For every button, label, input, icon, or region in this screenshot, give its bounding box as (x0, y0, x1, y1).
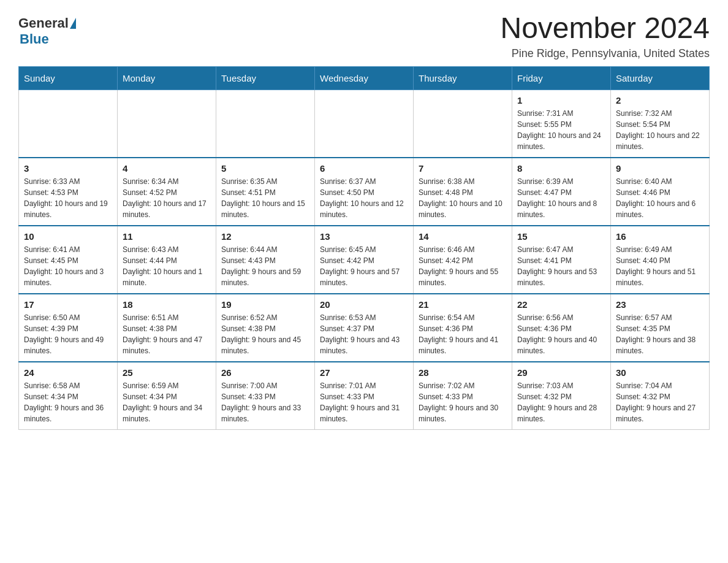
day-info-line: Sunrise: 6:51 AM (123, 312, 211, 323)
calendar-cell (414, 90, 512, 158)
calendar-header-row: SundayMondayTuesdayWednesdayThursdayFrid… (19, 66, 710, 90)
day-info-line: Sunrise: 6:53 AM (320, 312, 408, 323)
day-info-line: Sunset: 4:42 PM (320, 255, 408, 266)
day-info-line: Sunset: 5:55 PM (517, 119, 605, 130)
day-of-week-header: Sunday (19, 66, 118, 90)
day-info-line: Daylight: 10 hours and 24 minutes. (517, 130, 605, 152)
day-info-line: Sunset: 4:35 PM (616, 323, 704, 334)
day-info-line: Daylight: 9 hours and 40 minutes. (517, 334, 605, 356)
day-info-line: Sunset: 4:46 PM (616, 187, 704, 198)
day-info-line: Sunrise: 6:35 AM (221, 176, 309, 187)
calendar-cell: 20Sunrise: 6:53 AMSunset: 4:37 PMDayligh… (315, 294, 414, 362)
day-info-line: Sunset: 4:53 PM (24, 187, 112, 198)
day-info-line: Daylight: 10 hours and 6 minutes. (616, 198, 704, 220)
day-info-line: Sunrise: 6:57 AM (616, 312, 704, 323)
day-number: 20 (320, 299, 408, 310)
logo-triangle-icon (70, 18, 76, 29)
day-of-week-header: Wednesday (315, 66, 414, 90)
day-info-line: Daylight: 9 hours and 30 minutes. (419, 402, 507, 424)
day-number: 3 (24, 163, 112, 174)
calendar-week-row: 17Sunrise: 6:50 AMSunset: 4:39 PMDayligh… (19, 294, 710, 362)
day-number: 1 (517, 95, 605, 105)
day-info-line: Sunrise: 6:50 AM (24, 312, 112, 323)
day-info-line: Sunrise: 6:40 AM (616, 176, 704, 187)
calendar-cell: 8Sunrise: 6:39 AMSunset: 4:47 PMDaylight… (512, 158, 611, 226)
day-info-line: Daylight: 9 hours and 38 minutes. (616, 334, 704, 356)
day-info-line: Sunrise: 6:58 AM (24, 380, 112, 391)
day-number: 14 (419, 231, 507, 242)
day-info-line: Daylight: 9 hours and 49 minutes. (24, 334, 112, 356)
calendar-cell: 26Sunrise: 7:00 AMSunset: 4:33 PMDayligh… (216, 362, 315, 430)
day-info-line: Sunrise: 6:37 AM (320, 176, 408, 187)
logo: General Blue (18, 12, 76, 47)
day-info-line: Daylight: 10 hours and 1 minute. (123, 266, 211, 288)
day-info-line: Daylight: 9 hours and 41 minutes. (419, 334, 507, 356)
day-number: 6 (320, 163, 408, 174)
day-info-line: Sunset: 4:33 PM (221, 391, 309, 402)
day-info-line: Sunrise: 6:38 AM (419, 176, 507, 187)
day-info-line: Sunset: 4:41 PM (517, 255, 605, 266)
day-info-line: Daylight: 9 hours and 45 minutes. (221, 334, 309, 356)
day-info-line: Sunset: 4:32 PM (517, 391, 605, 402)
day-info-line: Sunrise: 6:39 AM (517, 176, 605, 187)
day-number: 16 (616, 231, 704, 242)
location-label: Pine Ridge, Pennsylvania, United States (500, 47, 710, 60)
day-info-line: Sunset: 4:33 PM (419, 391, 507, 402)
logo-general-text: General (18, 15, 69, 31)
calendar-cell: 23Sunrise: 6:57 AMSunset: 4:35 PMDayligh… (611, 294, 710, 362)
calendar-week-row: 24Sunrise: 6:58 AMSunset: 4:34 PMDayligh… (19, 362, 710, 430)
day-info-line: Daylight: 9 hours and 53 minutes. (517, 266, 605, 288)
calendar-cell: 5Sunrise: 6:35 AMSunset: 4:51 PMDaylight… (216, 158, 315, 226)
page-header: General Blue November 2024 Pine Ridge, P… (18, 12, 710, 60)
calendar-cell: 10Sunrise: 6:41 AMSunset: 4:45 PMDayligh… (19, 226, 118, 294)
calendar-cell: 15Sunrise: 6:47 AMSunset: 4:41 PMDayligh… (512, 226, 611, 294)
day-info-line: Sunrise: 6:59 AM (123, 380, 211, 391)
calendar-cell (118, 90, 216, 158)
day-info-line: Daylight: 10 hours and 3 minutes. (24, 266, 112, 288)
day-info-line: Sunset: 4:52 PM (123, 187, 211, 198)
day-info-line: Daylight: 10 hours and 10 minutes. (419, 198, 507, 220)
day-info-line: Sunrise: 7:31 AM (517, 108, 605, 119)
day-info-line: Sunset: 4:37 PM (320, 323, 408, 334)
day-number: 29 (517, 367, 605, 378)
day-info-line: Sunset: 4:38 PM (221, 323, 309, 334)
calendar-cell: 6Sunrise: 6:37 AMSunset: 4:50 PMDaylight… (315, 158, 414, 226)
title-section: November 2024 Pine Ridge, Pennsylvania, … (500, 12, 710, 60)
day-info-line: Sunrise: 7:03 AM (517, 380, 605, 391)
day-info-line: Daylight: 9 hours and 27 minutes. (616, 402, 704, 424)
day-info-line: Daylight: 10 hours and 19 minutes. (24, 198, 112, 220)
day-number: 25 (123, 367, 211, 378)
day-number: 10 (24, 231, 112, 242)
day-info-line: Sunset: 4:48 PM (419, 187, 507, 198)
calendar-cell: 28Sunrise: 7:02 AMSunset: 4:33 PMDayligh… (414, 362, 512, 430)
day-info-line: Sunrise: 6:52 AM (221, 312, 309, 323)
day-info-line: Sunrise: 6:43 AM (123, 244, 211, 255)
day-info-line: Sunset: 4:34 PM (123, 391, 211, 402)
day-number: 9 (616, 163, 704, 174)
day-number: 5 (221, 163, 309, 174)
calendar-cell: 2Sunrise: 7:32 AMSunset: 5:54 PMDaylight… (611, 90, 710, 158)
calendar-cell: 18Sunrise: 6:51 AMSunset: 4:38 PMDayligh… (118, 294, 216, 362)
day-info-line: Sunset: 4:36 PM (419, 323, 507, 334)
calendar-cell: 27Sunrise: 7:01 AMSunset: 4:33 PMDayligh… (315, 362, 414, 430)
day-number: 19 (221, 299, 309, 310)
day-info-line: Daylight: 9 hours and 28 minutes. (517, 402, 605, 424)
calendar-week-row: 10Sunrise: 6:41 AMSunset: 4:45 PMDayligh… (19, 226, 710, 294)
day-info-line: Daylight: 9 hours and 31 minutes. (320, 402, 408, 424)
day-number: 24 (24, 367, 112, 378)
day-number: 8 (517, 163, 605, 174)
calendar-table: SundayMondayTuesdayWednesdayThursdayFrid… (18, 66, 710, 430)
calendar-cell: 1Sunrise: 7:31 AMSunset: 5:55 PMDaylight… (512, 90, 611, 158)
logo-blue-text: Blue (20, 31, 49, 47)
day-number: 30 (616, 367, 704, 378)
day-of-week-header: Thursday (414, 66, 512, 90)
calendar-cell: 14Sunrise: 6:46 AMSunset: 4:42 PMDayligh… (414, 226, 512, 294)
day-info-line: Sunrise: 6:33 AM (24, 176, 112, 187)
day-info-line: Sunrise: 6:45 AM (320, 244, 408, 255)
calendar-cell: 12Sunrise: 6:44 AMSunset: 4:43 PMDayligh… (216, 226, 315, 294)
day-info-line: Daylight: 9 hours and 47 minutes. (123, 334, 211, 356)
month-title: November 2024 (500, 12, 710, 45)
day-info-line: Daylight: 9 hours and 34 minutes. (123, 402, 211, 424)
day-number: 27 (320, 367, 408, 378)
day-info-line: Sunset: 4:51 PM (221, 187, 309, 198)
